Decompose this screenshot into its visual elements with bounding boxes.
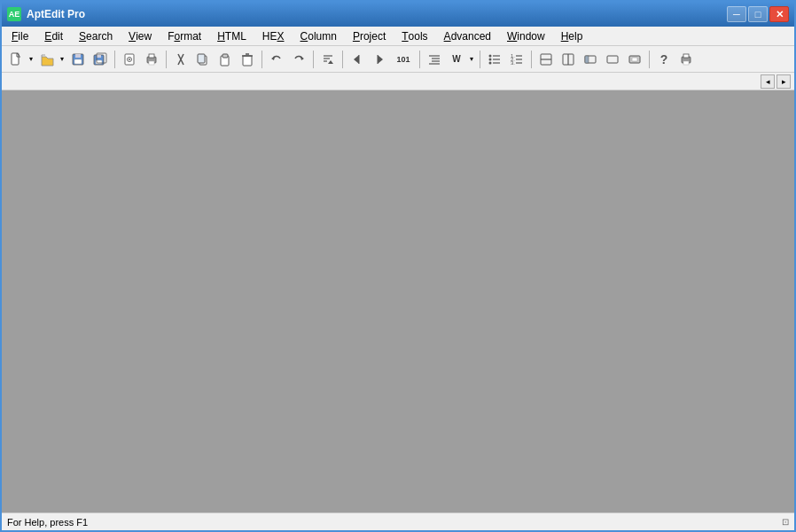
menu-help[interactable]: Help [553, 27, 591, 45]
window-title: AptEdit Pro [27, 8, 727, 20]
menu-window[interactable]: Window [499, 27, 553, 45]
svg-rect-57 [632, 58, 637, 61]
menu-advanced[interactable]: Advanced [436, 27, 499, 45]
tab-next-button[interactable]: ▸ [776, 74, 791, 89]
svg-rect-3 [74, 59, 82, 64]
svg-rect-12 [149, 54, 154, 58]
menu-html[interactable]: HTML [209, 27, 254, 45]
prev-button[interactable] [347, 49, 368, 70]
separator-2 [166, 51, 167, 68]
list-unordered-button[interactable] [484, 49, 505, 70]
list-ordered-button[interactable]: 1.2.3. [506, 49, 527, 70]
open-button[interactable] [36, 49, 58, 70]
separator-1 [114, 51, 115, 68]
svg-marker-29 [354, 55, 359, 64]
menu-search[interactable]: Search [71, 27, 121, 45]
separator-4 [313, 51, 314, 68]
save-button[interactable] [67, 49, 89, 70]
tab-prev-button[interactable]: ◂ [761, 74, 775, 89]
menu-file[interactable]: File [4, 27, 36, 45]
status-text: For Help, press F1 [7, 517, 88, 528]
main-window: AE AptEdit Pro ─ □ ✕ File Edit Search Vi… [0, 0, 796, 532]
sort-button[interactable] [317, 49, 339, 70]
separator-6 [419, 51, 420, 68]
save-all-button[interactable] [90, 49, 111, 70]
tab-bar: ◂ ▸ [2, 73, 794, 90]
hex-dec-button[interactable]: 101 [391, 49, 416, 70]
separator-8 [531, 51, 532, 68]
window-controls: ─ □ ✕ [727, 6, 789, 22]
svg-rect-55 [607, 56, 618, 63]
svg-rect-5 [97, 55, 101, 58]
svg-rect-19 [222, 54, 228, 58]
panel1-button[interactable] [580, 49, 601, 70]
app-icon: AE [7, 7, 21, 21]
svg-rect-20 [243, 56, 252, 66]
new-button[interactable] [5, 49, 27, 70]
svg-point-41 [489, 61, 492, 64]
split-horizontal-button[interactable] [535, 49, 557, 70]
menu-tools[interactable]: Tools [394, 27, 435, 45]
separator-9 [649, 51, 650, 68]
print2-button[interactable] [675, 49, 697, 70]
separator-5 [342, 51, 343, 68]
title-bar: AE AptEdit Pro ─ □ ✕ [2, 2, 794, 27]
new-dropdown-arrow[interactable]: ▾ [27, 49, 35, 70]
paste-button[interactable] [215, 49, 236, 70]
menu-project[interactable]: Project [345, 27, 394, 45]
print-button[interactable] [141, 49, 162, 70]
word-button[interactable]: W [446, 49, 467, 70]
svg-rect-60 [683, 61, 689, 65]
close-button[interactable]: ✕ [769, 6, 789, 22]
copy-button[interactable] [192, 49, 214, 70]
print-preview-button[interactable] [119, 49, 140, 70]
svg-marker-28 [328, 60, 333, 64]
separator-7 [480, 51, 480, 68]
svg-rect-59 [683, 54, 689, 58]
delete-button[interactable] [237, 49, 258, 70]
new-btn-group: ▾ [5, 49, 35, 70]
word-btn-group: W ▾ [446, 49, 476, 70]
svg-point-10 [129, 59, 130, 60]
panel3-button[interactable] [624, 49, 645, 70]
status-bar: For Help, press F1 ⊡ [2, 512, 794, 530]
svg-rect-17 [198, 54, 205, 63]
svg-rect-2 [75, 54, 81, 58]
cut-button[interactable] [170, 49, 191, 70]
svg-marker-31 [378, 55, 383, 64]
menu-format[interactable]: Format [160, 27, 209, 45]
split-vertical-button[interactable] [558, 49, 579, 70]
svg-rect-13 [149, 61, 154, 65]
indent-button[interactable] [424, 49, 445, 70]
menu-view[interactable]: View [121, 27, 160, 45]
menu-edit[interactable]: Edit [36, 27, 71, 45]
svg-point-39 [489, 58, 492, 60]
next-button[interactable] [369, 49, 390, 70]
svg-text:3.: 3. [511, 60, 515, 66]
svg-rect-0 [12, 53, 19, 65]
status-right: ⊡ [782, 517, 789, 527]
open-btn-group: ▾ [36, 49, 66, 70]
editor-area[interactable] [2, 90, 794, 512]
svg-point-37 [489, 54, 492, 57]
minimize-button[interactable]: ─ [727, 6, 746, 22]
context-help-button[interactable]: ? [653, 49, 675, 70]
toolbar: ▾ ▾ [2, 46, 794, 73]
svg-rect-54 [585, 56, 589, 63]
panel2-button[interactable] [602, 49, 623, 70]
maximize-button[interactable]: □ [748, 6, 768, 22]
menu-hex[interactable]: HEX [254, 27, 293, 45]
menu-bar: File Edit Search View Format HTML HEX Co… [2, 27, 794, 46]
open-dropdown-arrow[interactable]: ▾ [58, 49, 66, 70]
undo-button[interactable] [266, 49, 287, 70]
redo-button[interactable] [288, 49, 309, 70]
word-dropdown-arrow[interactable]: ▾ [467, 49, 476, 70]
menu-column[interactable]: Column [293, 27, 345, 45]
separator-3 [261, 51, 262, 68]
